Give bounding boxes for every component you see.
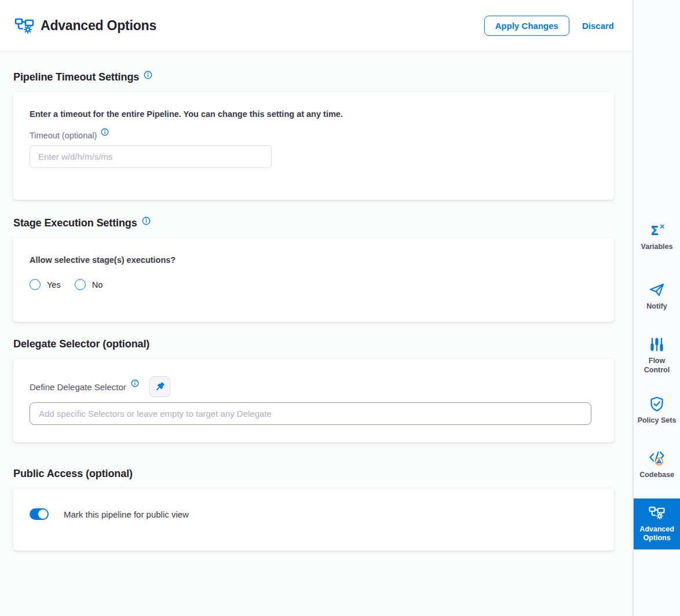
sidebar-item-label: Codebase — [637, 471, 677, 480]
section-delegate-selector: Delegate Selector (optional) Define Dele… — [13, 338, 614, 442]
public-view-toggle[interactable] — [30, 508, 49, 520]
info-icon[interactable] — [144, 71, 152, 79]
sidebar-item-codebase[interactable]: Codebase — [634, 450, 680, 480]
section-heading: Stage Execution Settings — [13, 217, 614, 229]
sidebar-item-label: Flow Control — [637, 357, 677, 375]
pipeline-gear-icon — [14, 16, 35, 35]
sigma-variables-icon: Σ × — [648, 222, 666, 239]
apply-changes-button[interactable]: Apply Changes — [484, 16, 569, 36]
pipeline-timeout-heading: Pipeline Timeout Settings — [13, 71, 139, 83]
radio-icon[interactable] — [30, 279, 41, 290]
section-stage-execution: Stage Execution Settings Allow selective… — [13, 217, 614, 322]
section-heading: Pipeline Timeout Settings — [13, 71, 614, 83]
sidebar-item-policy-sets[interactable]: Policy Sets — [634, 396, 680, 426]
radio-option-yes[interactable]: Yes — [30, 279, 61, 290]
public-access-heading: Public Access (optional) — [13, 468, 133, 480]
selective-stage-radio-group: Yes No — [30, 279, 598, 290]
public-view-toggle-row: Mark this pipeline for public view — [30, 508, 598, 520]
discard-link[interactable]: Discard — [582, 21, 614, 31]
code-warning-icon — [648, 450, 666, 467]
radio-option-no[interactable]: No — [75, 279, 103, 290]
sidebar-item-notify[interactable]: Notify — [634, 282, 680, 311]
info-icon[interactable] — [131, 379, 139, 387]
radio-icon[interactable] — [75, 279, 86, 290]
delegate-selector-input[interactable] — [30, 402, 591, 425]
sidebar-item-label: Policy Sets — [637, 416, 677, 426]
advanced-options-panel: Advanced Options Apply Changes Discard P… — [0, 0, 680, 616]
sidebar-item-flow-control[interactable]: Flow Control — [634, 336, 680, 375]
settings-content: Pipeline Timeout Settings Enter a timeou… — [0, 52, 633, 616]
shield-check-icon — [649, 396, 665, 412]
radio-label: Yes — [47, 280, 61, 289]
right-sidebar: Σ × Variables Notify — [633, 0, 680, 616]
sidebar-item-label: Variables — [637, 243, 677, 252]
section-public-access: Public Access (optional) Mark this pipel… — [13, 468, 614, 551]
timeout-field-label-text: Timeout (optional) — [30, 131, 97, 140]
sidebar-item-advanced-options[interactable]: Advanced Options — [634, 498, 680, 549]
panel-header: Advanced Options Apply Changes Discard — [0, 0, 633, 52]
section-heading: Public Access (optional) — [13, 468, 614, 480]
stage-execution-card: Allow selective stage(s) executions? Yes… — [13, 238, 614, 322]
section-pipeline-timeout: Pipeline Timeout Settings Enter a timeou… — [13, 71, 614, 200]
page-title: Advanced Options — [41, 18, 156, 34]
header-actions: Apply Changes Discard — [484, 16, 614, 36]
delegate-label-row: Define Delegate Selector — [30, 376, 598, 397]
pin-button[interactable] — [149, 376, 170, 397]
info-icon[interactable] — [101, 128, 109, 136]
timeout-field-label: Timeout (optional) — [30, 131, 598, 140]
delegate-field-label: Define Delegate Selector — [30, 382, 126, 392]
sidebar-item-label: Notify — [637, 302, 677, 311]
timeout-description: Enter a timeout for the entire Pipeline.… — [30, 109, 598, 119]
public-view-toggle-label: Mark this pipeline for public view — [64, 509, 189, 519]
toggle-knob — [38, 509, 47, 519]
pipeline-gear-icon — [648, 505, 666, 521]
radio-label: No — [92, 280, 103, 289]
pushpin-icon — [154, 381, 166, 393]
public-access-card: Mark this pipeline for public view — [13, 489, 614, 551]
section-heading: Delegate Selector (optional) — [13, 338, 614, 350]
sidebar-item-label: Advanced Options — [637, 525, 677, 543]
stage-execution-heading: Stage Execution Settings — [13, 217, 137, 229]
selective-stage-question: Allow selective stage(s) executions? — [30, 255, 598, 265]
timeout-input[interactable] — [30, 145, 272, 168]
delegate-selector-heading: Delegate Selector (optional) — [13, 338, 149, 350]
delegate-selector-card: Define Delegate Selector — [13, 359, 614, 442]
info-icon[interactable] — [142, 217, 151, 225]
timeout-card: Enter a timeout for the entire Pipeline.… — [13, 92, 614, 200]
sliders-icon — [649, 336, 665, 353]
sidebar-item-variables[interactable]: Σ × Variables — [634, 222, 680, 252]
paper-plane-icon — [649, 282, 665, 298]
main-panel: Advanced Options Apply Changes Discard P… — [0, 0, 633, 616]
svg-text:Σ: Σ — [650, 224, 659, 238]
svg-text:×: × — [659, 222, 665, 230]
